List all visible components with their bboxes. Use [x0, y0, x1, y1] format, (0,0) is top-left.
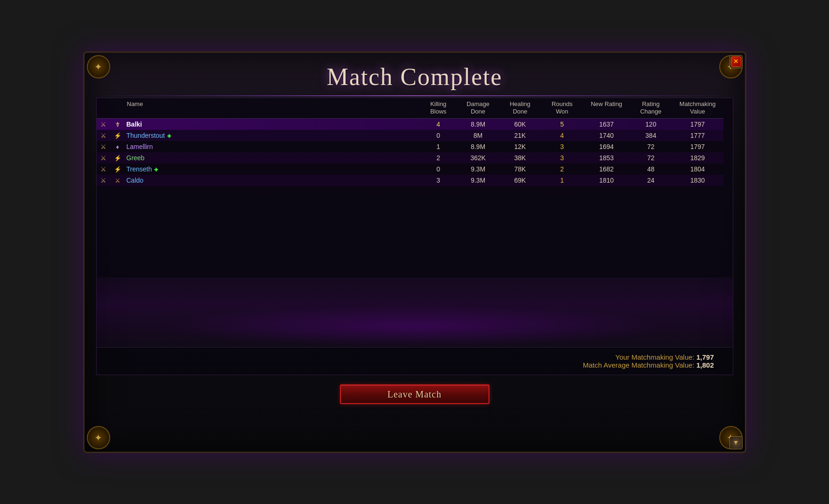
row-killing-blows: 2: [420, 154, 457, 162]
row-damage-done: 8.9M: [457, 143, 499, 150]
row-class-icon: ⚡: [111, 132, 125, 139]
avg-mmv-line: Match Average Matchmaking Value: 1,802: [106, 361, 714, 369]
table-row: ⚔ ⚡ Thunderstout ✚ 0 8M 21K 4 1740 384 1…: [97, 130, 723, 141]
table-row: ⚔ ⚔ Caldo 3 9.3M 69K 1 1810 24 1830: [97, 175, 723, 186]
row-damage-done: 9.3M: [457, 165, 499, 173]
row-new-rating: 1637: [583, 121, 630, 128]
row-player-name[interactable]: Lamellirn: [125, 143, 420, 150]
row-killing-blows: 4: [420, 121, 457, 128]
empty-content-area: [96, 277, 733, 348]
main-window: ✦ ✦ ✦ ✦ ✕ Match Complete Name KillingBlo…: [83, 51, 746, 453]
col-header-rounds-won: RoundsWon: [541, 100, 583, 116]
corner-decoration-tl: ✦: [87, 55, 110, 78]
window-title: Match Complete: [85, 53, 745, 95]
row-healing-done: 12K: [499, 143, 541, 150]
title-divider: [96, 95, 733, 96]
corner-decoration-bl: ✦: [87, 426, 110, 449]
row-rank-icon: ⚔: [97, 177, 111, 184]
row-rating-change: 384: [630, 132, 672, 139]
row-player-name[interactable]: Greeb: [125, 154, 420, 162]
row-rounds-won: 3: [541, 143, 583, 150]
row-rounds-won: 2: [541, 165, 583, 173]
scoreboard-table: Name KillingBlows DamageDone HealingDone…: [96, 98, 733, 278]
friend-icon: ✚: [153, 167, 158, 172]
row-matchmaking-value: 1829: [672, 154, 723, 162]
row-class-icon: ⚡: [111, 165, 125, 173]
avg-mmv-value: 1,802: [696, 361, 714, 369]
row-class-icon: ⚡: [111, 154, 125, 162]
row-class-icon: ⚔: [111, 177, 125, 184]
col-header-new-rating: New Rating: [583, 100, 630, 116]
row-rank-icon: ⚔: [97, 121, 111, 128]
button-area: Leave Match: [85, 375, 745, 413]
row-new-rating: 1810: [583, 177, 630, 184]
row-matchmaking-value: 1797: [672, 121, 723, 128]
row-new-rating: 1740: [583, 132, 630, 139]
row-killing-blows: 3: [420, 177, 457, 184]
row-rating-change: 120: [630, 121, 672, 128]
row-player-name[interactable]: Caldo: [125, 177, 420, 184]
row-rounds-won: 4: [541, 132, 583, 139]
your-mmv-label: Your Matchmaking Value:: [616, 353, 694, 361]
friend-icon: ✚: [166, 134, 171, 139]
row-healing-done: 38K: [499, 154, 541, 162]
table-row: ⚔ 🗡 Balki 4 8.9M 60K 5 1637 120 1797: [97, 119, 723, 130]
col-header-damage-done: DamageDone: [457, 100, 499, 116]
your-mmv-line: Your Matchmaking Value: 1,797: [106, 353, 714, 361]
col-header-icon1: [97, 100, 111, 116]
row-rating-change: 72: [630, 143, 672, 150]
row-damage-done: 362K: [457, 154, 499, 162]
row-new-rating: 1682: [583, 165, 630, 173]
row-damage-done: 8.9M: [457, 121, 499, 128]
your-mmv-value: 1,797: [696, 353, 714, 361]
row-new-rating: 1853: [583, 154, 630, 162]
stats-panel: Your Matchmaking Value: 1,797 Match Aver…: [96, 348, 733, 375]
col-header-healing-done: HealingDone: [499, 100, 541, 116]
leave-match-button[interactable]: Leave Match: [340, 384, 489, 404]
row-class-icon: 🗡: [111, 121, 125, 128]
row-rounds-won: 5: [541, 121, 583, 128]
table-row: ⚔ ⚡ Greeb 2 362K 38K 3 1853 72 1829: [97, 152, 723, 163]
row-rounds-won: 3: [541, 154, 583, 162]
row-matchmaking-value: 1777: [672, 132, 723, 139]
row-rating-change: 48: [630, 165, 672, 173]
close-button[interactable]: ✕: [731, 57, 741, 67]
row-healing-done: 21K: [499, 132, 541, 139]
row-player-name[interactable]: Trenseth ✚: [125, 165, 420, 173]
row-matchmaking-value: 1804: [672, 165, 723, 173]
row-killing-blows: 0: [420, 132, 457, 139]
row-player-name[interactable]: Thunderstout ✚: [125, 132, 420, 139]
row-matchmaking-value: 1797: [672, 143, 723, 150]
col-header-killing-blows: KillingBlows: [420, 100, 457, 116]
avg-mmv-label: Match Average Matchmaking Value:: [583, 361, 694, 369]
scroll-down-button[interactable]: ▼: [730, 436, 743, 449]
col-header-icon2: [111, 100, 125, 116]
row-healing-done: 60K: [499, 121, 541, 128]
row-rating-change: 72: [630, 154, 672, 162]
row-healing-done: 69K: [499, 177, 541, 184]
col-header-matchmaking-value: MatchmakingValue: [672, 100, 723, 116]
table-header-row: Name KillingBlows DamageDone HealingDone…: [97, 98, 723, 119]
row-rank-icon: ⚔: [97, 143, 111, 150]
row-killing-blows: 0: [420, 165, 457, 173]
col-header-rating-change: RatingChange: [630, 100, 672, 116]
row-rounds-won: 1: [541, 177, 583, 184]
table-row: ⚔ ⚡ Trenseth ✚ 0 9.3M 78K 2 1682 48 1804: [97, 163, 723, 175]
row-new-rating: 1694: [583, 143, 630, 150]
row-rating-change: 24: [630, 177, 672, 184]
row-rank-icon: ⚔: [97, 154, 111, 162]
table-row: ⚔ ♦ Lamellirn 1 8.9M 12K 3 1694 72 1797: [97, 141, 723, 152]
row-killing-blows: 1: [420, 143, 457, 150]
row-player-name[interactable]: Balki: [125, 121, 420, 128]
col-header-name: Name: [125, 100, 420, 116]
matchmaking-stats: Your Matchmaking Value: 1,797 Match Aver…: [106, 353, 723, 369]
row-rank-icon: ⚔: [97, 165, 111, 173]
row-class-icon: ♦: [111, 143, 125, 150]
table-body: ⚔ 🗡 Balki 4 8.9M 60K 5 1637 120 1797 ⚔: [97, 119, 723, 277]
row-rank-icon: ⚔: [97, 132, 111, 139]
row-damage-done: 9.3M: [457, 177, 499, 184]
row-matchmaking-value: 1830: [672, 177, 723, 184]
row-healing-done: 78K: [499, 165, 541, 173]
row-damage-done: 8M: [457, 132, 499, 139]
